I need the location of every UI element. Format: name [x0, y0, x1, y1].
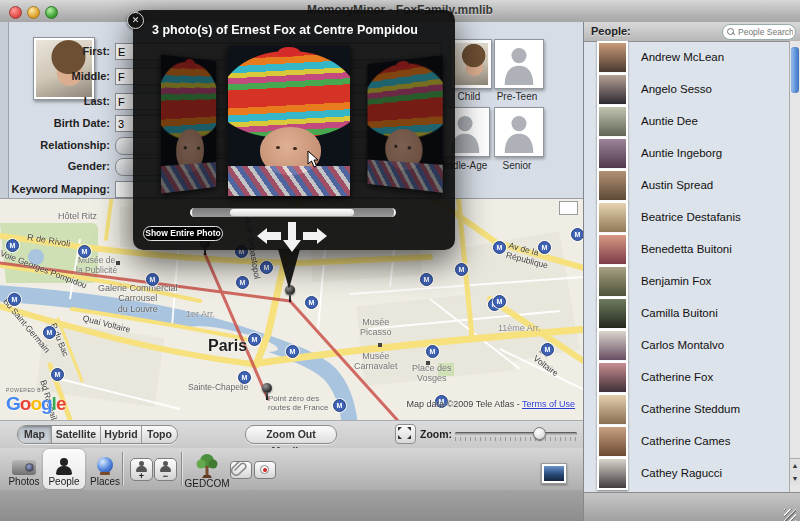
age-slot-child[interactable]	[450, 39, 492, 89]
close-icon[interactable]: ✕	[127, 12, 144, 29]
person-row[interactable]: Austin Spread	[584, 169, 789, 201]
photo-callout-popup: ✕ 3 photo(s) of Ernest Fox at Centre Pom…	[133, 10, 455, 250]
slider-tick	[465, 437, 466, 441]
coverflow-photo-next[interactable]	[368, 55, 443, 193]
popup-title: 3 photo(s) of Ernest Fox at Centre Pompi…	[152, 23, 418, 37]
person-name: Andrew McLean	[641, 51, 724, 63]
metro-icon: M	[455, 263, 468, 276]
previous-arrow-icon[interactable]	[257, 228, 281, 244]
remove-person-button[interactable]: −	[154, 458, 177, 481]
metro-icon: M	[493, 241, 506, 254]
coverflow-photo-previous[interactable]	[161, 54, 216, 193]
scroll-up-arrow[interactable]: ▲	[790, 459, 800, 472]
zoom-out-mapline-button[interactable]: Zoom Out Mapline	[245, 425, 337, 444]
map-label: Galerie Commercial Carrousel du Louvre	[98, 283, 178, 314]
keyword-mapping-label: Keyword Mapping:	[0, 183, 110, 195]
person-name: Auntie Dee	[641, 115, 698, 127]
metro-icon: M	[333, 399, 346, 412]
photo-content	[161, 58, 216, 139]
child-photo	[454, 43, 488, 85]
tab-photos[interactable]: Photos	[3, 449, 45, 489]
map-attribution: Map data ©2009 Tele Atlas - Terms of Use	[407, 399, 575, 409]
terms-of-use-link[interactable]: Terms of Use	[522, 399, 575, 409]
add-person-button[interactable]: +	[130, 458, 153, 481]
slider-tick	[475, 437, 476, 441]
show-entire-photo-button[interactable]: Show Entire Photo	[143, 226, 223, 241]
person-row[interactable]: Catherine Fox	[584, 361, 789, 393]
map-type-segments[interactable]: MapSatelliteHybridTopo	[17, 425, 178, 444]
map-type-segment-satellite[interactable]: Satellite	[52, 426, 101, 443]
person-photo	[597, 329, 628, 362]
expand-map-button[interactable]	[395, 424, 416, 444]
metro-icon: M	[78, 245, 91, 258]
person-row[interactable]: Camilla Buitoni	[584, 297, 789, 329]
slideshow-button[interactable]	[541, 463, 567, 484]
person-row[interactable]: Beatrice Destafanis	[584, 201, 789, 233]
tab-photos-label: Photos	[8, 476, 39, 487]
google-letter: o	[30, 393, 41, 414]
globe-icon	[96, 457, 114, 475]
metro-icon: M	[43, 326, 56, 339]
person-row[interactable]: Catherine Steddum	[584, 393, 789, 425]
tab-places[interactable]: Places	[84, 449, 126, 489]
person-row[interactable]: Benedetta Buitoni	[584, 233, 789, 265]
person-name: Carlos Montalvo	[641, 339, 724, 351]
map-type-segment-topo[interactable]: Topo	[142, 426, 177, 443]
coverflow-scrollbar[interactable]	[190, 208, 396, 217]
map-type-segment-map[interactable]: Map	[18, 426, 52, 443]
person-photo	[597, 393, 628, 426]
person-photo	[597, 361, 628, 394]
tree-icon	[194, 452, 220, 478]
person-row[interactable]: Carlos Montalvo	[584, 329, 789, 361]
metro-icon: M	[538, 241, 551, 254]
show-below-arrow-icon[interactable]	[283, 222, 301, 252]
person-row[interactable]: Catherine Cames	[584, 425, 789, 457]
person-photo	[597, 169, 628, 202]
person-row[interactable]: Auntie Ingeborg	[584, 137, 789, 169]
person-row[interactable]: Benjamin Fox	[584, 265, 789, 297]
record-button[interactable]	[254, 461, 276, 479]
person-row[interactable]: Angelo Sesso	[584, 73, 789, 105]
age-slot-preteen-label: Pre-Teen	[492, 91, 542, 102]
people-panel-footer	[584, 492, 800, 521]
toolbar-separator	[122, 452, 123, 486]
scrollbar-thumb[interactable]	[791, 47, 799, 93]
attach-button[interactable]	[230, 461, 252, 479]
person-row[interactable]: Andrew McLean	[584, 41, 789, 73]
person-row[interactable]: Cathey Ragucci	[584, 457, 789, 489]
age-slot-preteen[interactable]	[494, 39, 544, 89]
metro-icon: M	[541, 343, 554, 356]
photo-content	[368, 59, 443, 140]
slider-tick	[460, 437, 461, 441]
map-label: Sainte-Chapelle	[188, 383, 248, 393]
window-resize-grip[interactable]	[784, 509, 796, 521]
silhouette-icon	[498, 43, 540, 85]
coverflow-photo-current[interactable]	[228, 46, 350, 196]
person-name: Catherine Fox	[641, 371, 713, 383]
gender-label: Gender:	[0, 160, 110, 172]
person-name: Catherine Cames	[641, 435, 730, 447]
slider-tick	[500, 437, 501, 441]
person-photo	[597, 201, 628, 234]
gedcom-button[interactable]: GEDCOM	[188, 449, 226, 489]
zoom-slider-label: Zoom:	[420, 428, 452, 440]
person-name: Benjamin Fox	[641, 275, 711, 287]
person-photo	[597, 297, 628, 330]
person-row[interactable]: Auntie Dee	[584, 105, 789, 137]
people-search-box[interactable]	[722, 24, 796, 40]
map-type-segment-hybrid[interactable]: Hybrid	[101, 426, 142, 443]
slider-tick	[485, 437, 486, 441]
map-pushpin[interactable]	[262, 383, 272, 393]
zoom-slider-track[interactable]	[455, 432, 577, 435]
poi-marker	[426, 361, 430, 365]
people-scrollbar[interactable]: ▲ ▼	[789, 41, 800, 513]
people-search-input[interactable]	[736, 25, 795, 39]
map-overview-box[interactable]	[559, 201, 578, 215]
coverflow-scrollbar-thumb[interactable]	[230, 209, 354, 216]
tab-people[interactable]: People	[43, 449, 85, 489]
metro-icon: M	[571, 228, 583, 241]
age-slot-senior[interactable]	[494, 107, 544, 157]
scroll-down-arrow[interactable]: ▼	[790, 472, 800, 485]
next-arrow-icon[interactable]	[303, 228, 327, 244]
zoom-slider-thumb[interactable]	[533, 427, 546, 440]
